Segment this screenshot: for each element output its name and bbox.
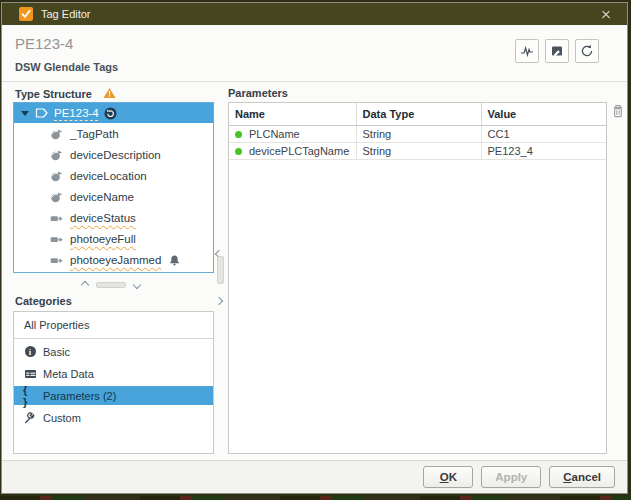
- tree-node[interactable]: photoeyeFull: [14, 229, 213, 249]
- opc-tag-icon: [50, 254, 63, 267]
- tree-node[interactable]: deviceLocation: [14, 166, 213, 186]
- category-label: Custom: [43, 412, 81, 424]
- param-status-dot: [235, 148, 242, 155]
- table-header-row: Name Data Type Value: [229, 103, 606, 126]
- tree-node-root[interactable]: PE123-4: [14, 103, 213, 123]
- note-edit-icon: [550, 44, 564, 58]
- braces-icon: { }: [23, 384, 37, 408]
- tree-node-label: photoeyeFull: [70, 233, 136, 245]
- chevron-right-icon[interactable]: [215, 297, 223, 305]
- categories-label: Categories: [15, 295, 72, 307]
- tag-name-title: PE123-4: [15, 35, 73, 52]
- refresh-button[interactable]: [575, 39, 599, 63]
- documentation-button[interactable]: [545, 39, 569, 63]
- reference-tag-icon: [50, 128, 63, 141]
- param-value: PE123_4: [488, 145, 533, 157]
- param-value-cell[interactable]: PE123_4: [481, 143, 606, 160]
- category-parameters[interactable]: { } Parameters (2): [14, 386, 213, 405]
- param-value-cell[interactable]: CC1: [481, 126, 606, 143]
- table-row[interactable]: PLCName String CC1: [229, 126, 606, 143]
- horizontal-splitter[interactable]: [82, 280, 152, 290]
- param-name: devicePLCTagName: [249, 145, 349, 157]
- desktop-background-edge: [0, 496, 631, 500]
- tree-node[interactable]: _TagPath: [14, 124, 213, 144]
- param-type-cell[interactable]: String: [356, 143, 481, 160]
- tree-node[interactable]: deviceDescription: [14, 145, 213, 165]
- vertical-splitter-grip[interactable]: [217, 256, 224, 284]
- info-icon: i: [23, 346, 37, 357]
- close-icon[interactable]: [599, 7, 613, 21]
- tree-node-label: deviceDescription: [70, 149, 161, 161]
- category-basic[interactable]: i Basic: [14, 342, 213, 361]
- window-title: Tag Editor: [41, 8, 599, 20]
- opc-tag-icon: [50, 212, 63, 225]
- type-structure-tree: PE123-4 _TagPath deviceDescription devic…: [13, 102, 214, 273]
- collapse-up-icon[interactable]: [81, 281, 89, 289]
- param-data-type: String: [363, 145, 392, 157]
- refresh-icon: [580, 44, 594, 58]
- category-all-properties[interactable]: All Properties: [14, 312, 213, 339]
- apply-button[interactable]: Apply: [481, 466, 541, 488]
- table-row[interactable]: devicePLCTagName String PE123_4: [229, 143, 606, 160]
- column-header-data-type[interactable]: Data Type: [356, 103, 481, 126]
- tree-node-label: deviceStatus: [70, 212, 136, 224]
- tree-node-label: photoeyeJammed: [70, 254, 161, 266]
- reference-tag-icon: [50, 170, 63, 183]
- alarm-bell-icon: [168, 254, 181, 267]
- cancel-button-label: Cancel: [563, 471, 601, 483]
- meta-data-icon: [23, 368, 37, 380]
- param-status-dot: [235, 131, 242, 138]
- splitter-grip[interactable]: [96, 282, 126, 288]
- tree-node[interactable]: deviceName: [14, 187, 213, 207]
- info-glyph: i: [25, 346, 36, 357]
- header-divider: [2, 81, 627, 82]
- tree-node[interactable]: deviceStatus: [14, 208, 213, 228]
- parameters-label: Parameters: [228, 87, 288, 99]
- app-logo-icon: [19, 7, 33, 21]
- tree-root-label: PE123-4: [54, 107, 99, 119]
- reference-tag-icon: [50, 149, 63, 162]
- type-structure-label-text: Type Structure: [15, 88, 92, 100]
- collapse-right-icon[interactable]: [216, 290, 222, 308]
- udt-instance-icon: [35, 107, 48, 119]
- header-toolbar: [515, 39, 599, 63]
- categories-list: All Properties i Basic Meta Data { } Par…: [13, 311, 214, 454]
- category-label: Parameters (2): [43, 390, 116, 402]
- parameters-pane: Name Data Type Value PLCName String CC1 …: [228, 102, 607, 454]
- dialog-footer: OK Apply Cancel: [2, 460, 627, 493]
- apply-button-label: Apply: [495, 471, 527, 483]
- opc-tag-icon: [50, 233, 63, 246]
- param-value: CC1: [488, 128, 510, 140]
- inherited-refresh-badge-icon: [104, 107, 117, 120]
- category-label: Basic: [43, 346, 70, 358]
- parameters-table: Name Data Type Value PLCName String CC1 …: [229, 103, 606, 160]
- category-meta-data[interactable]: Meta Data: [14, 364, 213, 383]
- cancel-button[interactable]: Cancel: [549, 466, 615, 488]
- param-type-cell[interactable]: String: [356, 126, 481, 143]
- braces-glyph: { }: [23, 384, 37, 408]
- sparkline-icon: [520, 44, 534, 58]
- collapse-down-icon[interactable]: [133, 281, 141, 289]
- param-name-cell[interactable]: PLCName: [229, 126, 356, 143]
- window-titlebar[interactable]: Tag Editor: [2, 3, 627, 25]
- tree-node[interactable]: photoeyeJammed: [14, 250, 213, 270]
- param-data-type: String: [363, 128, 392, 140]
- tree-node-label: deviceName: [70, 191, 134, 203]
- diagnostics-button[interactable]: [515, 39, 539, 63]
- tag-provider-subtitle: DSW Glendale Tags: [15, 61, 118, 73]
- tag-editor-dialog: Tag Editor PE123-4 DSW Glendale Tags Typ…: [1, 2, 628, 494]
- column-header-name[interactable]: Name: [229, 103, 356, 126]
- param-name-cell[interactable]: devicePLCTagName: [229, 143, 356, 160]
- expand-triangle-icon[interactable]: [21, 111, 29, 116]
- tree-node-label: deviceLocation: [70, 170, 147, 182]
- wrench-icon: [23, 412, 37, 424]
- reference-tag-icon: [50, 191, 63, 204]
- category-label: Meta Data: [43, 368, 94, 380]
- param-name: PLCName: [249, 128, 300, 140]
- tree-node-label: _TagPath: [70, 128, 119, 140]
- category-custom[interactable]: Custom: [14, 408, 213, 427]
- ok-button-label: OK: [440, 471, 457, 483]
- column-header-value[interactable]: Value: [481, 103, 606, 126]
- ok-button[interactable]: OK: [423, 466, 473, 488]
- delete-parameter-button[interactable]: [610, 103, 626, 119]
